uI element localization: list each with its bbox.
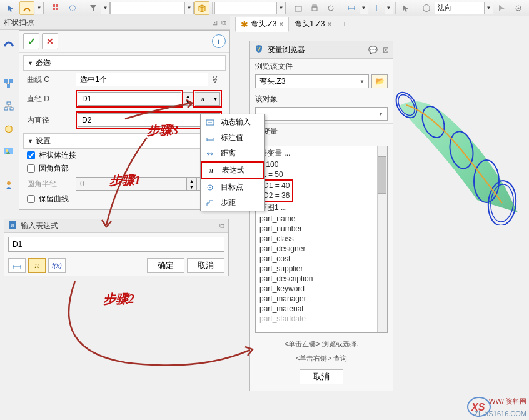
- curve-input[interactable]: 选中1个: [76, 72, 208, 86]
- dd-expression[interactable]: π 表达式: [201, 161, 264, 179]
- scrollbar-thumb[interactable]: [378, 156, 386, 194]
- lt-box-icon[interactable]: [1, 121, 16, 136]
- list-item[interactable]: 量变量 ...: [259, 148, 383, 159]
- apply-button[interactable]: ✓: [23, 33, 39, 49]
- lt-sweep-icon[interactable]: [1, 35, 16, 50]
- dd-target-point[interactable]: 目标点: [201, 179, 264, 195]
- lt-person-icon[interactable]: [1, 178, 16, 192]
- list-item[interactable]: part_supplier: [259, 264, 383, 274]
- filter-combo-dropdown[interactable]: ▼: [185, 2, 194, 14]
- list-item[interactable]: part_number: [259, 224, 383, 234]
- normal-combo-dropdown[interactable]: ▼: [485, 2, 493, 14]
- tool-grid[interactable]: [49, 1, 64, 15]
- diameter-pi-dropdown[interactable]: ▼: [211, 92, 220, 106]
- list-item[interactable]: 草图1 ...: [259, 202, 383, 214]
- vb-scrollbar[interactable]: [377, 146, 387, 332]
- list-item[interactable]: part_keyword: [259, 284, 383, 294]
- vb-file-combo[interactable]: 弯头.Z3 ▼: [255, 74, 369, 88]
- list-item[interactable]: part_cost: [259, 254, 383, 264]
- tool-misc-1[interactable]: [291, 1, 306, 15]
- tool-pointer-end[interactable]: [495, 1, 510, 15]
- list-item[interactable]: part_designer: [259, 244, 383, 254]
- tool-misc-3[interactable]: [323, 1, 338, 15]
- list-item[interactable]: part_name: [259, 214, 383, 224]
- filter-combo[interactable]: [110, 2, 185, 14]
- list-item[interactable]: part_class: [259, 234, 383, 244]
- lt-tree-icon[interactable]: [1, 76, 16, 91]
- fillet-corner-checkbox[interactable]: [27, 164, 35, 172]
- keep-curve-checkbox[interactable]: [27, 195, 35, 203]
- tool-gear[interactable]: [511, 1, 526, 15]
- vb-variable-section: 和变量: [250, 124, 393, 142]
- expr-pop-icon[interactable]: ⧉: [219, 222, 224, 230]
- fillet-radius-spinner[interactable]: ▲▼: [187, 177, 197, 191]
- fillet-radius-label: 圆角半径: [27, 179, 76, 189]
- tool-lasso[interactable]: [65, 1, 80, 15]
- tab-1[interactable]: ✱ 弯头.Z3 ×: [235, 17, 289, 32]
- vb-hint-2: <单击右键> 查询: [250, 351, 393, 366]
- list-item-d2[interactable]: D2 = 36: [263, 191, 290, 201]
- layer-combo[interactable]: [214, 2, 277, 14]
- curve-expand-icon[interactable]: ≫: [208, 72, 222, 86]
- vb-cancel-button[interactable]: 取消: [300, 369, 343, 384]
- diameter-spinner[interactable]: ▲▼: [183, 92, 193, 106]
- lt-hierarchy-icon[interactable]: [1, 99, 16, 114]
- lt-image-icon[interactable]: [1, 144, 16, 159]
- dd-distance-label: 距离: [221, 148, 236, 159]
- vb-file-value: 弯头.Z3: [259, 76, 285, 87]
- inner-dia-input[interactable]: D2: [78, 113, 220, 127]
- dd-step[interactable]: 步距: [201, 195, 264, 211]
- tool-dim-1[interactable]: [344, 1, 359, 15]
- info-button[interactable]: i: [212, 34, 226, 48]
- list-item[interactable]: = 100: [259, 159, 383, 169]
- list-item-d1[interactable]: D1 = 40: [263, 181, 290, 191]
- tool-print[interactable]: [307, 1, 322, 15]
- list-item[interactable]: part_manager: [259, 294, 383, 304]
- panel-pin-icon[interactable]: ⊡: [212, 19, 218, 27]
- tab-close-icon[interactable]: ×: [279, 20, 283, 29]
- list-item[interactable]: part_description: [259, 274, 383, 284]
- tab-add[interactable]: +: [337, 20, 351, 29]
- dd-distance[interactable]: 距离: [201, 146, 264, 161]
- tool-dim-2-dropdown[interactable]: ▼: [385, 2, 393, 14]
- expr-cancel-button[interactable]: 取消: [187, 258, 224, 273]
- tab-close-icon[interactable]: ×: [327, 20, 331, 29]
- diameter-input[interactable]: D1: [78, 92, 181, 106]
- tool-box3d[interactable]: [194, 1, 209, 15]
- dd-dynamic-input[interactable]: 动态输入: [201, 114, 264, 130]
- list-item[interactable]: part_material: [259, 304, 383, 314]
- layer-combo-dropdown[interactable]: ▼: [277, 2, 286, 14]
- list-item[interactable]: part_startdate: [259, 314, 383, 324]
- vb-object-combo[interactable]: ▼: [255, 107, 388, 121]
- tool-dim-2[interactable]: [369, 1, 384, 15]
- normal-combo[interactable]: 法向: [435, 2, 485, 14]
- vb-msg-icon[interactable]: 💬: [368, 46, 378, 54]
- diameter-pi-button[interactable]: π: [195, 92, 211, 106]
- section-settings[interactable]: ▼ 设置: [23, 133, 226, 149]
- expr-fx-button[interactable]: f(x): [48, 258, 66, 273]
- dd-nominal[interactable]: 标注值: [201, 130, 264, 146]
- cancel-button[interactable]: ✕: [42, 33, 58, 49]
- panel-pop-icon[interactable]: ⧉: [221, 19, 226, 27]
- svg-point-8: [328, 6, 333, 11]
- section-required[interactable]: ▼ 必选: [23, 55, 226, 71]
- fillet-radius-input[interactable]: 0: [76, 177, 187, 191]
- tool-select-dropdown[interactable]: ▼: [35, 2, 44, 14]
- list-item[interactable]: r1 = 50: [259, 169, 383, 179]
- tool-filter-dropdown[interactable]: ▼: [101, 2, 110, 14]
- 3d-viewport[interactable]: [393, 75, 529, 225]
- expr-pi-button[interactable]: π: [28, 258, 46, 273]
- tool-cursor[interactable]: [3, 1, 18, 15]
- expr-ok-button[interactable]: 确定: [147, 258, 184, 273]
- tool-filter[interactable]: [86, 1, 101, 15]
- expr-dim-button[interactable]: [8, 258, 26, 273]
- expression-input[interactable]: D1: [8, 237, 224, 252]
- vb-folder-button[interactable]: 📂: [371, 74, 388, 88]
- tool-cursor-2[interactable]: [398, 1, 413, 15]
- tool-hex[interactable]: [419, 1, 434, 15]
- tool-dim-dropdown[interactable]: ▼: [360, 2, 368, 14]
- tab-2[interactable]: 弯头1.Z3 ×: [289, 17, 337, 32]
- tool-select-curve[interactable]: [19, 1, 34, 15]
- rod-connect-checkbox[interactable]: [27, 151, 35, 159]
- vb-close-icon[interactable]: ⊠: [383, 46, 389, 54]
